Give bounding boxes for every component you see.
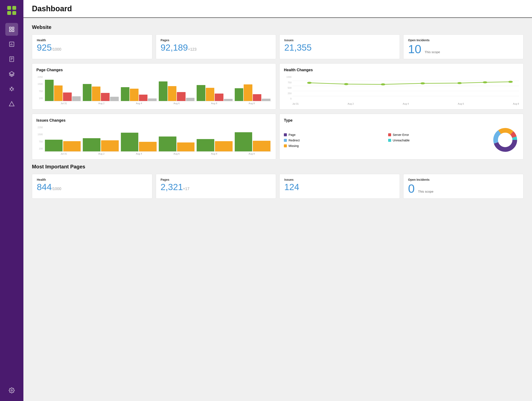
- page-changes-x-labels: Jul 31Aug 2Aug 4Aug 6Aug 8Aug 8: [44, 101, 272, 105]
- health-point: [344, 83, 348, 85]
- content-area: Website Health 925/1000 Pages 92,189+123…: [23, 18, 532, 209]
- issues-changes-bar-area: [44, 126, 272, 152]
- bar-group: [235, 84, 271, 101]
- sidebar-item-dashboard[interactable]: [5, 23, 18, 36]
- bar: [63, 141, 81, 151]
- triangle-icon: [9, 101, 15, 107]
- bar: [139, 95, 148, 101]
- legend-page-dot: [284, 133, 287, 136]
- bar: [215, 141, 233, 151]
- svg-rect-0: [10, 27, 11, 29]
- incidents-value: 10 This scope: [408, 43, 519, 55]
- charts-row-2: Issues Changes 2250 1500 750 100 Jul 31A…: [32, 114, 524, 160]
- legend-server-error-label: Server Error: [393, 133, 409, 136]
- health-changes-area: 1000 750 500 250 0 Jul 31: [284, 76, 519, 105]
- bar: [235, 132, 252, 151]
- page-changes-bar-area: [44, 76, 272, 101]
- svg-rect-3: [12, 30, 14, 31]
- grid-icon: [9, 26, 15, 32]
- health-changes-chart: Health Changes 1000 750 500 250 0: [279, 63, 524, 110]
- gear-icon: [9, 387, 15, 393]
- incidents-label: Open Incidents: [408, 38, 519, 42]
- logo-dot-4: [12, 11, 16, 15]
- logo-dot-3: [7, 11, 11, 15]
- logo-dot-2: [12, 6, 16, 10]
- bar: [159, 81, 167, 101]
- bar: [197, 85, 205, 101]
- bar-group: [159, 136, 195, 151]
- bar: [253, 94, 261, 101]
- sidebar-item-reports[interactable]: [5, 38, 18, 51]
- health-point: [457, 82, 462, 84]
- website-issues-card: Issues 21,355: [279, 34, 400, 59]
- mi-incidents-label: Open Incidents: [408, 178, 519, 181]
- logo-dot-1: [7, 6, 11, 10]
- bar: [235, 88, 243, 101]
- health-point: [307, 82, 311, 84]
- legend-unreachable-label: Unreachable: [393, 139, 410, 142]
- mi-pages-number: 2,321: [161, 182, 183, 192]
- mi-pages-value: 2,321+17: [161, 183, 271, 191]
- svg-line-14: [10, 88, 11, 89]
- mi-incidents-value: 0 This scope: [408, 183, 519, 195]
- mi-pages-label: Pages: [161, 178, 271, 181]
- website-pages-card: Pages 92,189+123: [156, 34, 276, 59]
- mi-issues-card: Issues 124: [279, 174, 400, 199]
- most-important-title: Most Important Pages: [32, 164, 524, 170]
- mi-issues-label: Issues: [284, 178, 395, 181]
- incidents-sub: This scope: [424, 50, 440, 54]
- bar: [148, 99, 157, 101]
- mi-incidents-card: Open Incidents 0 This scope: [403, 174, 524, 199]
- svg-line-17: [13, 90, 14, 90]
- legend-redirect-label: Redirect: [289, 139, 300, 142]
- header: Dashboard: [23, 0, 532, 18]
- bar-group: [197, 139, 232, 151]
- sidebar-item-alerts[interactable]: [5, 97, 18, 110]
- pages-delta: +123: [188, 47, 197, 51]
- logo-dots: [6, 4, 18, 17]
- bar-group: [83, 138, 119, 151]
- bar-group: [159, 81, 195, 101]
- bar: [63, 93, 72, 101]
- sidebar-item-bugs[interactable]: [5, 82, 18, 95]
- page-title: Dashboard: [32, 4, 524, 13]
- bar: [54, 86, 63, 101]
- sidebar-item-settings[interactable]: [5, 384, 18, 397]
- main-content: Dashboard Website Health 925/1000 Pages …: [23, 0, 532, 401]
- most-important-cards-row: Health 844/1000 Pages 2,321+17 Issues 12…: [32, 174, 524, 199]
- bar: [83, 84, 91, 101]
- sidebar-item-pages[interactable]: [5, 53, 18, 66]
- health-y-axis: 1000 750 500 250 0: [284, 76, 291, 100]
- logo: [6, 4, 18, 17]
- mi-health-label: Health: [37, 178, 147, 181]
- issues-changes-x-labels: Jul 31Aug 2Aug 4Aug 6Aug 8Aug 8: [44, 152, 272, 155]
- health-point: [483, 81, 487, 83]
- donut-chart-svg: [491, 126, 519, 154]
- pages-value: 92,189+123: [161, 43, 271, 52]
- legend-unreachable: Unreachable: [388, 139, 487, 142]
- sidebar-settings-area: [5, 384, 18, 397]
- legend-page-label: Page: [289, 133, 296, 136]
- bar: [177, 92, 186, 101]
- health-value: 925/1000: [37, 43, 147, 52]
- bar: [72, 96, 81, 101]
- sidebar-item-layers[interactable]: [5, 68, 18, 80]
- bar: [186, 98, 195, 101]
- issues-changes-y-axis: 2250 1500 750 100: [36, 126, 43, 150]
- health-x-labels: Jul 31 Aug 2 Aug 4 Aug 6 Aug 8: [292, 102, 519, 105]
- mi-pages-delta: +17: [183, 187, 190, 191]
- sidebar: [0, 0, 23, 401]
- bar: [159, 136, 176, 151]
- bar: [177, 142, 195, 151]
- bar: [224, 99, 233, 101]
- website-incidents-card: Open Incidents 10 This scope: [403, 34, 524, 59]
- svg-point-20: [11, 390, 13, 391]
- bar-group: [235, 132, 271, 151]
- issues-changes-title: Issues Changes: [36, 118, 272, 123]
- mi-health-unit: /1000: [52, 187, 61, 191]
- issues-value: 21,355: [284, 43, 395, 52]
- health-number: 925: [37, 43, 52, 53]
- health-line-svg: [292, 76, 519, 101]
- bar-group: [121, 87, 157, 101]
- bar: [101, 93, 110, 101]
